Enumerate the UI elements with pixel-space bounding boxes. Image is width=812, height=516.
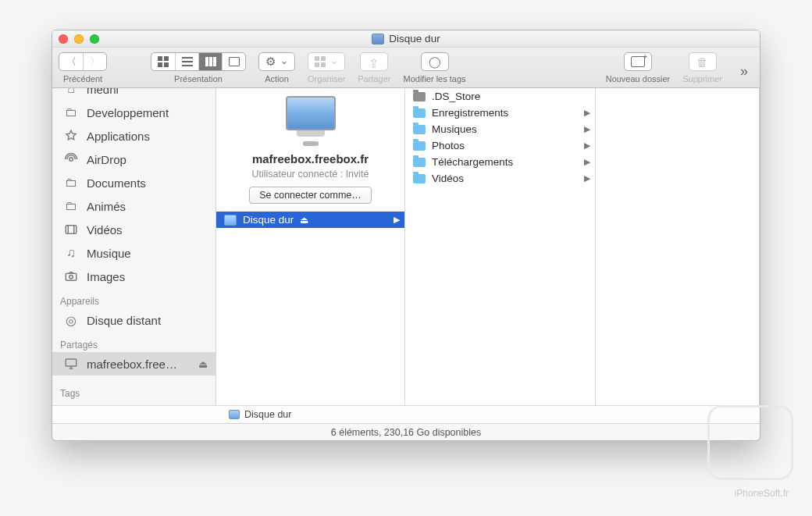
sidebar-list: ⌂ medhi 🗀 Developpement Applications <box>52 88 215 383</box>
applications-icon <box>63 129 79 143</box>
folder-label: Vidéos <box>432 173 464 184</box>
sidebar-item-dev[interactable]: 🗀 Developpement <box>52 101 215 124</box>
back-forward: 〈 〉 <box>59 52 107 71</box>
list-view-button[interactable] <box>175 53 198 70</box>
connect-label: Se connecter comme… <box>259 190 361 201</box>
coverflow-icon <box>229 57 240 66</box>
path-bar: Disque dur <box>52 405 760 423</box>
sidebar-item-videos[interactable]: Vidéos <box>52 218 215 241</box>
tag-icon <box>429 55 441 68</box>
folder-row-photos[interactable]: Photos ▶ <box>405 137 595 154</box>
toolbar-overflow-button[interactable]: » <box>735 63 753 80</box>
sidebar-item-animes[interactable]: 🗀 Animés <box>52 194 215 218</box>
folder-row-telechargements[interactable]: Téléchargements ▶ <box>405 154 595 170</box>
column-server: mafreebox.freebox.fr Utilisateur connect… <box>216 88 405 405</box>
nav-label: Précédent <box>63 74 102 84</box>
sidebar-item-home[interactable]: ⌂ medhi <box>52 88 215 101</box>
sidebar-item-images[interactable]: Images <box>52 265 215 288</box>
eject-icon[interactable]: ⏏ <box>198 358 208 370</box>
nav-group: 〈 〉 Précédent <box>59 52 107 84</box>
forward-button[interactable]: 〉 <box>83 53 106 70</box>
chevron-right-icon: ▶ <box>584 157 590 167</box>
chevron-right-icon: ▶ <box>584 124 590 134</box>
view-switcher <box>151 52 246 71</box>
sidebar-item-label: Musique <box>87 247 131 260</box>
server-name: mafreebox.freebox.fr <box>252 152 369 165</box>
chevron-down-icon <box>329 56 338 68</box>
sidebar-item-music[interactable]: ♫ Musique <box>52 241 215 265</box>
close-window-button[interactable] <box>59 34 68 44</box>
delete-label: Supprimer <box>682 74 722 84</box>
drive-icon <box>224 215 237 226</box>
sidebar-item-airdrop[interactable]: AirDrop <box>52 148 215 171</box>
server-shares-list: Disque dur ⏏ ▶ <box>216 212 404 405</box>
icon-view-button[interactable] <box>151 53 175 70</box>
svg-rect-2 <box>66 273 77 280</box>
sidebar-shared-header: Partagés <box>52 332 215 352</box>
titlebar: Disque dur <box>52 30 760 48</box>
delete-button[interactable] <box>689 52 717 71</box>
folder-icon <box>413 125 426 134</box>
folder-label: Photos <box>432 140 465 151</box>
edit-tags-button[interactable] <box>421 52 449 71</box>
sidebar-item-applications[interactable]: Applications <box>52 124 215 148</box>
folder-icon: 🗀 <box>63 199 79 213</box>
music-icon: ♫ <box>63 246 79 260</box>
sidebar-devices-header: Appareils <box>52 288 215 308</box>
eject-icon[interactable]: ⏏ <box>300 215 308 226</box>
arrange-label: Organiser <box>308 74 345 84</box>
finder-window: Disque dur 〈 〉 Précédent Présentation <box>52 30 760 441</box>
folder-label: Téléchargements <box>432 156 513 168</box>
server-header: mafreebox.freebox.fr Utilisateur connect… <box>216 88 404 212</box>
sidebar-item-label: Documents <box>87 176 146 190</box>
action-button[interactable] <box>258 52 295 71</box>
sidebar-item-remote-disc[interactable]: ◎ Disque distant <box>52 308 215 332</box>
status-bar: 6 éléments, 230,16 Go disponibles <box>52 423 760 440</box>
tags-group: Modifier les tags <box>404 52 466 84</box>
list-icon <box>182 57 193 66</box>
arrange-button[interactable] <box>308 52 345 71</box>
file-row-dsstore[interactable]: .DS_Store <box>405 88 595 105</box>
svg-point-3 <box>69 276 73 279</box>
svg-rect-1 <box>66 226 77 234</box>
window-title-text: Disque dur <box>389 33 440 44</box>
folder-icon <box>413 109 426 118</box>
folder-label: Musiques <box>432 123 477 135</box>
sidebar-item-label: Applications <box>87 130 150 143</box>
monitor-stand <box>303 141 319 146</box>
column-view-button[interactable] <box>198 53 222 70</box>
newfolder-group: Nouveau dossier <box>606 52 671 84</box>
back-button[interactable]: 〈 <box>59 53 83 70</box>
zoom-window-button[interactable] <box>90 34 99 44</box>
coverflow-view-button[interactable] <box>222 53 245 70</box>
folder-row-musiques[interactable]: Musiques ▶ <box>405 121 595 137</box>
drive-icon <box>372 34 384 44</box>
window-title: Disque dur <box>52 33 760 44</box>
sidebar-item-shared-server[interactable]: mafreebox.free… ⏏ <box>52 352 215 375</box>
grid-icon <box>158 56 169 67</box>
folder-row-videos[interactable]: Vidéos ▶ <box>405 170 595 187</box>
share-row-disque-dur[interactable]: Disque dur ⏏ ▶ <box>216 212 404 228</box>
sidebar-tags-header: Tags <box>52 383 215 405</box>
watermark-text: iPhoneSoft.fr <box>735 488 789 499</box>
folder-icon: 🗀 <box>63 176 79 190</box>
columns-icon <box>205 57 216 66</box>
share-button[interactable] <box>360 52 388 71</box>
chevron-right-icon: ▶ <box>584 141 590 151</box>
chevron-right-icon: ▶ <box>584 173 590 183</box>
connect-as-button[interactable]: Se connecter comme… <box>249 187 372 204</box>
sidebar-item-label: Disque distant <box>87 314 161 327</box>
path-label[interactable]: Disque dur <box>244 409 291 420</box>
sidebar-item-label: medhi <box>87 88 119 96</box>
monitor-icon <box>63 357 79 371</box>
minimize-window-button[interactable] <box>74 34 84 44</box>
sidebar-item-documents[interactable]: 🗀 Documents <box>52 171 215 194</box>
folder-icon <box>413 158 426 167</box>
new-folder-button[interactable] <box>624 52 652 71</box>
share-label: Disque dur <box>243 214 294 226</box>
folder-row-enregistrements[interactable]: Enregistrements ▶ <box>405 105 595 121</box>
column-empty <box>596 88 760 405</box>
trash-icon <box>696 55 708 69</box>
sidebar-item-label: Vidéos <box>87 223 123 237</box>
action-group: Action <box>258 52 295 84</box>
